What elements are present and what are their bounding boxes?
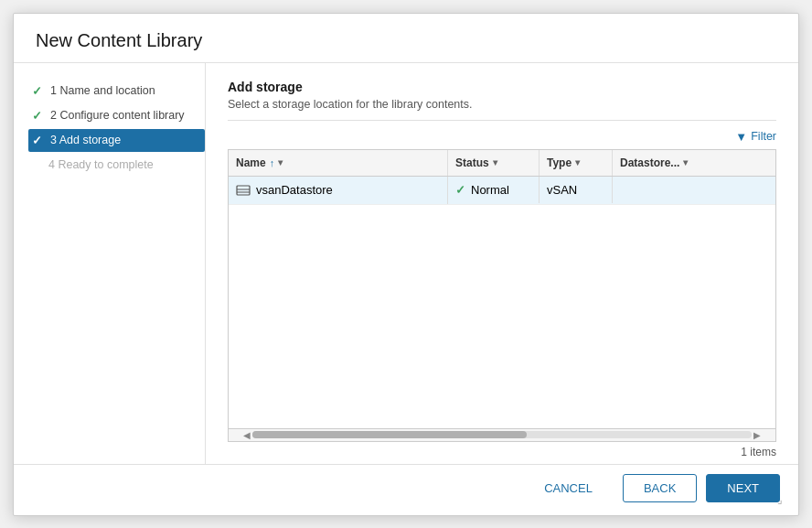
scroll-thumb[interactable] bbox=[252, 431, 527, 438]
step-1-label: 1 Name and location bbox=[50, 84, 155, 97]
dialog-title: New Content Library bbox=[36, 30, 776, 51]
row-type-cell: vSAN bbox=[540, 177, 613, 203]
col-datastore-label: Datastore... bbox=[620, 156, 679, 169]
row-name-cell: vsanDatastore bbox=[229, 177, 448, 204]
table-row[interactable]: vsanDatastore ✓ Normal vSAN bbox=[229, 177, 775, 205]
scroll-right-icon[interactable]: ▶ bbox=[752, 430, 763, 440]
check-icon-2: ✓ bbox=[32, 109, 45, 123]
sidebar: ✓ 1 Name and location ✓ 2 Configure cont… bbox=[14, 63, 206, 464]
resize-handle[interactable]: ⌟ bbox=[777, 494, 786, 503]
sidebar-item-step-2[interactable]: ✓ 2 Configure content library bbox=[28, 104, 205, 127]
back-button[interactable]: BACK bbox=[623, 474, 697, 502]
filter-button[interactable]: ▼ Filter bbox=[735, 130, 776, 144]
check-icon-1: ✓ bbox=[32, 84, 45, 98]
sort-asc-icon: ↑ bbox=[270, 157, 275, 168]
dialog-body: ✓ 1 Name and location ✓ 2 Configure cont… bbox=[14, 63, 798, 464]
step-3-label: 3 Add storage bbox=[50, 134, 121, 146]
col-name-label: Name bbox=[236, 156, 266, 169]
table-body: vsanDatastore ✓ Normal vSAN bbox=[229, 177, 775, 428]
check-icon-3: ✓ bbox=[32, 134, 45, 147]
new-content-library-dialog: New Content Library ✓ 1 Name and locatio… bbox=[13, 13, 799, 516]
col-header-type[interactable]: Type ▾ bbox=[540, 150, 613, 176]
col-header-status[interactable]: Status ▾ bbox=[448, 150, 540, 176]
step-4-label: 4 Ready to complete bbox=[48, 158, 154, 171]
filter-label: Filter bbox=[751, 130, 776, 143]
dialog-header: New Content Library bbox=[14, 14, 798, 63]
scroll-track[interactable] bbox=[252, 431, 752, 438]
row-type-value: vSAN bbox=[547, 183, 577, 197]
sidebar-item-step-4: 4 Ready to complete bbox=[28, 154, 205, 176]
filter-icon: ▼ bbox=[735, 130, 747, 144]
dialog-footer: CANCEL BACK NEXT bbox=[14, 464, 798, 515]
storage-table: Name ↑ ▾ Status ▾ Type ▾ bbox=[228, 149, 776, 442]
row-status-value: Normal bbox=[471, 183, 509, 197]
col-status-label: Status bbox=[455, 156, 489, 169]
col-header-name[interactable]: Name ↑ ▾ bbox=[229, 150, 448, 176]
col-type-chevron: ▾ bbox=[575, 157, 580, 167]
step-2-label: 2 Configure content library bbox=[50, 109, 185, 122]
cancel-button[interactable]: CANCEL bbox=[523, 474, 614, 502]
sidebar-item-step-3[interactable]: ✓ 3 Add storage bbox=[28, 129, 205, 152]
svg-rect-0 bbox=[237, 186, 250, 195]
next-button[interactable]: NEXT bbox=[706, 474, 780, 502]
datastore-icon bbox=[236, 183, 251, 198]
items-count: 1 items bbox=[228, 442, 776, 464]
col-name-chevron: ▾ bbox=[278, 157, 283, 167]
filter-bar: ▼ Filter bbox=[228, 130, 776, 144]
col-header-datastore[interactable]: Datastore... ▾ bbox=[613, 150, 775, 176]
col-type-label: Type bbox=[547, 156, 572, 169]
row-name-value: vsanDatastore bbox=[256, 183, 333, 197]
col-datastore-chevron: ▾ bbox=[683, 157, 688, 167]
table-header: Name ↑ ▾ Status ▾ Type ▾ bbox=[229, 150, 775, 177]
section-divider bbox=[228, 120, 776, 121]
status-ok-icon: ✓ bbox=[455, 183, 465, 197]
horizontal-scrollbar[interactable]: ◀ ▶ bbox=[229, 428, 775, 441]
col-status-chevron: ▾ bbox=[493, 157, 497, 167]
section-desc: Select a storage location for the librar… bbox=[228, 98, 776, 111]
section-title: Add storage bbox=[228, 80, 776, 94]
row-status-cell: ✓ Normal bbox=[448, 177, 540, 203]
scroll-left-icon[interactable]: ◀ bbox=[241, 430, 252, 440]
sidebar-item-step-1[interactable]: ✓ 1 Name and location bbox=[28, 80, 205, 102]
row-datastore-cell bbox=[613, 184, 775, 197]
main-content: Add storage Select a storage location fo… bbox=[206, 63, 798, 464]
